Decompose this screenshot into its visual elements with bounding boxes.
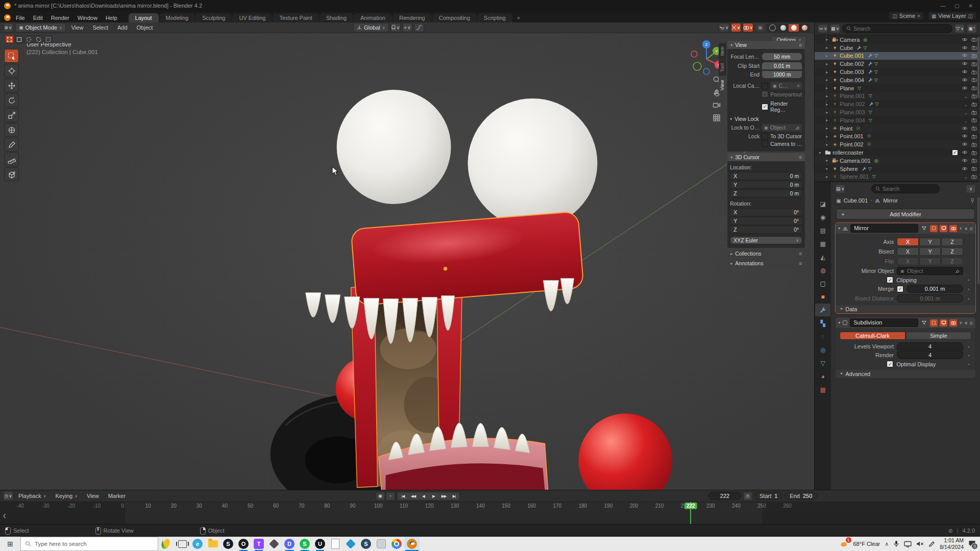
clip-start-field[interactable]: 0.01 m bbox=[762, 62, 802, 70]
volume-muted-icon[interactable] bbox=[916, 541, 924, 547]
hide-eye-icon[interactable]: ⌄ bbox=[962, 77, 968, 83]
render-levels-field[interactable]: 4 bbox=[897, 351, 963, 359]
modifier-name-field[interactable]: Mirror bbox=[850, 224, 918, 233]
render-visibility-icon[interactable] bbox=[971, 174, 977, 179]
menu-edit[interactable]: Edit bbox=[29, 13, 47, 22]
workspace-tab[interactable]: Shading bbox=[320, 13, 353, 22]
object-name[interactable]: Sphere bbox=[840, 166, 857, 172]
properties-tab[interactable]: ◍ bbox=[815, 264, 830, 277]
properties-tab[interactable]: ◕ bbox=[815, 370, 830, 383]
hide-eye-icon[interactable]: ⌄ bbox=[962, 69, 968, 75]
annotate-tool-button[interactable] bbox=[4, 138, 19, 152]
taskbar-app-icon[interactable]: S bbox=[297, 537, 312, 551]
display-edit-mode-icon[interactable] bbox=[930, 319, 938, 327]
expand-icon[interactable]: ▸ bbox=[826, 134, 830, 139]
select-mode-lasso-icon[interactable] bbox=[34, 35, 43, 43]
catmull-clark-button[interactable]: Catmull-Clark bbox=[840, 332, 905, 340]
visibility-dropdown-icon[interactable]: ∨ bbox=[719, 23, 729, 32]
clipping-checkbox[interactable] bbox=[887, 277, 893, 283]
render-visibility-icon[interactable] bbox=[971, 37, 977, 42]
render-visibility-icon[interactable] bbox=[971, 70, 977, 74]
add-workspace-button[interactable]: + bbox=[513, 13, 524, 22]
object-name[interactable]: Plane.001 bbox=[840, 93, 865, 99]
outliner-search-input[interactable]: Search bbox=[842, 24, 952, 33]
workspace-tab[interactable]: Layout bbox=[129, 13, 159, 22]
render-visibility-icon[interactable] bbox=[971, 166, 977, 171]
hide-eye-icon[interactable]: ⌄ bbox=[962, 166, 968, 172]
microphone-icon[interactable] bbox=[893, 540, 899, 547]
expand-icon[interactable]: ▸ bbox=[826, 126, 830, 131]
workspace-tab[interactable]: UV Editing bbox=[232, 13, 272, 22]
select-mode-box-icon[interactable] bbox=[15, 35, 23, 43]
current-frame-field[interactable]: 222 bbox=[708, 492, 741, 500]
workspace-tab[interactable]: Animation bbox=[354, 13, 392, 22]
transport-button[interactable]: ◀ bbox=[419, 493, 428, 499]
camera-to-view-checkbox[interactable] bbox=[762, 140, 768, 147]
frame-start-field[interactable]: Start1 bbox=[754, 492, 782, 500]
taskbar-app-icon[interactable] bbox=[328, 537, 343, 551]
viewport-canvas[interactable] bbox=[0, 22, 814, 490]
expand-icon[interactable]: ▸ bbox=[826, 94, 830, 98]
properties-tab[interactable]: ◉ bbox=[815, 211, 830, 223]
vertex-group-filter-icon[interactable] bbox=[920, 225, 928, 232]
timeline-menu-playback[interactable]: Playback∨ bbox=[14, 493, 51, 499]
render-visibility-icon[interactable] bbox=[971, 126, 977, 131]
expand-icon[interactable]: ▾ bbox=[819, 151, 823, 155]
outliner-row[interactable]: ▸ ▼ ☀ Point bbox=[815, 124, 980, 133]
xray-toggle-icon[interactable]: ▣ bbox=[755, 23, 765, 32]
viewport-3d[interactable]: ⊕∨ ▣ Object Mode ∨ View Select Add Objec… bbox=[0, 22, 814, 490]
outliner-display-mode-icon[interactable]: ▦∨ bbox=[830, 24, 840, 33]
hide-eye-icon[interactable]: ⌄ bbox=[962, 149, 968, 156]
maximize-button[interactable]: ▢ bbox=[954, 3, 959, 9]
hide-eye-icon[interactable]: ⌄ bbox=[964, 101, 968, 107]
workspace-tab[interactable]: Modeling bbox=[159, 13, 195, 22]
select-mode-tweak-icon[interactable] bbox=[5, 35, 14, 43]
outliner-row[interactable]: ▸ ▼ ☀ Plane bbox=[815, 84, 980, 92]
local-camera-checkbox[interactable] bbox=[762, 83, 768, 89]
workspace-tab[interactable]: Texture Paint bbox=[273, 13, 318, 22]
render-visibility-icon[interactable] bbox=[971, 134, 977, 139]
object-name[interactable]: Cube.002 bbox=[840, 61, 864, 67]
object-name[interactable]: Cube.004 bbox=[840, 77, 864, 83]
collections-panel-header[interactable]: ▸Collections≡ bbox=[727, 249, 805, 258]
subdivision-modifier-header[interactable]: ▾ Subdivision ∨ × ≡ bbox=[836, 317, 975, 328]
outliner-scrollbar[interactable] bbox=[977, 37, 979, 98]
shading-wireframe-icon[interactable] bbox=[767, 24, 777, 32]
local-camera-field[interactable]: ▣C…× bbox=[770, 82, 802, 90]
taskbar-app-icon[interactable] bbox=[175, 537, 190, 551]
expand-icon[interactable]: ▸ bbox=[826, 102, 830, 107]
modifier-extras-icon[interactable]: ∨ bbox=[959, 226, 962, 231]
properties-search-input[interactable]: Search bbox=[871, 184, 940, 193]
expand-icon[interactable]: ▸ bbox=[826, 110, 830, 115]
sidebar-tab[interactable]: Tool bbox=[719, 60, 726, 76]
falloff-curve-icon[interactable] bbox=[414, 23, 424, 32]
minimize-button[interactable]: — bbox=[940, 3, 945, 9]
menu-file[interactable]: File bbox=[12, 13, 29, 22]
transport-button[interactable]: ▶| bbox=[449, 493, 459, 499]
timeline-menu-keying[interactable]: Keying∨ bbox=[52, 493, 82, 499]
outliner-row[interactable]: ▸ ▼ ☀ Sphere.001 bbox=[815, 173, 980, 181]
object-name[interactable]: Plane.002 bbox=[840, 101, 865, 107]
taskbar-app-icon[interactable]: T bbox=[251, 537, 266, 551]
properties-scrollbar[interactable] bbox=[977, 197, 979, 284]
hide-eye-icon[interactable]: ⌄ bbox=[962, 37, 968, 43]
viewport-menu-select[interactable]: Select bbox=[89, 24, 112, 31]
properties-tab[interactable]: ◎ bbox=[815, 343, 830, 356]
taskbar-app-icon[interactable] bbox=[266, 537, 282, 551]
outliner-row[interactable]: ▸ ▼ ☀ Cube.003 bbox=[815, 68, 980, 76]
object-name[interactable]: Camera.001 bbox=[840, 158, 871, 164]
outliner-row[interactable]: ▸ ▼ ☀ Cube.001 bbox=[815, 52, 980, 60]
workspace-tab[interactable]: Rendering bbox=[393, 13, 432, 22]
outliner-row[interactable]: ▸ ▼ ☀ Sphere.002 bbox=[815, 181, 980, 182]
display-icon[interactable] bbox=[904, 541, 912, 547]
outliner-editor-type-icon[interactable]: ≔∨ bbox=[818, 24, 828, 33]
hide-eye-icon[interactable]: ⌄ bbox=[962, 133, 968, 139]
hide-eye-icon[interactable]: ⌄ bbox=[964, 109, 968, 115]
outliner-row[interactable]: ▸ ▼ ☀ Cube bbox=[815, 44, 980, 52]
hide-eye-icon[interactable]: ⌄ bbox=[962, 141, 968, 147]
vertex-group-filter-icon[interactable] bbox=[920, 319, 928, 327]
panel-grip-icon[interactable]: ≡ bbox=[799, 154, 802, 160]
axis-x-button[interactable]: X bbox=[897, 238, 919, 246]
properties-tab[interactable]: ▤ bbox=[815, 224, 830, 237]
object-name[interactable]: Sphere.001 bbox=[840, 173, 869, 180]
